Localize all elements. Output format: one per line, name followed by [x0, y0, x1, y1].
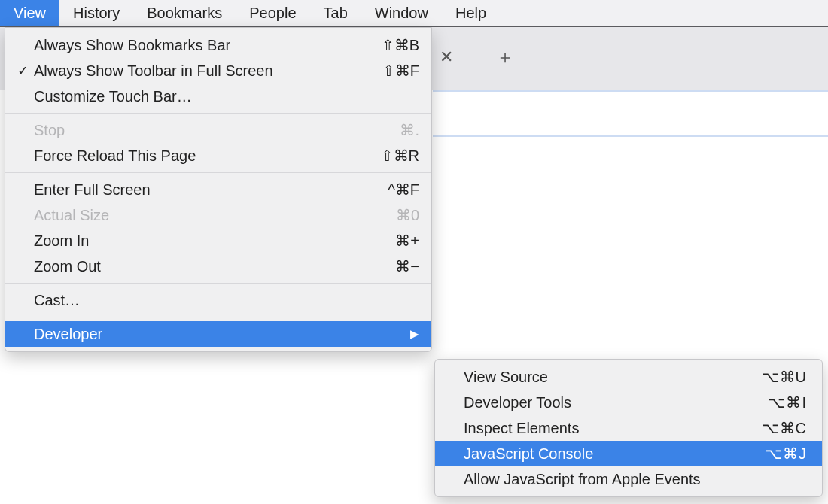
menu-item-javascript-console[interactable]: JavaScript Console ⌥⌘J: [435, 441, 822, 466]
menu-separator: [5, 172, 431, 173]
menu-item-cast[interactable]: Cast…: [5, 287, 431, 313]
menu-item-shortcut: ⌥⌘U: [762, 368, 807, 386]
close-icon: ✕: [440, 47, 453, 67]
menu-item-shortcut: ⌥⌘I: [768, 393, 807, 411]
submenu-arrow-icon: ▶: [410, 327, 419, 341]
menu-item-developer[interactable]: Developer ▶: [5, 321, 431, 347]
menubar-label: Help: [455, 5, 486, 22]
menu-item-zoom-out[interactable]: Zoom Out ⌘−: [5, 254, 431, 279]
menu-separator: [5, 317, 431, 317]
menubar-label: View: [14, 5, 46, 22]
menu-item-label: Always Show Bookmarks Bar: [34, 37, 382, 54]
view-menu-dropdown: Always Show Bookmarks Bar ⇧⌘B ✓ Always S…: [5, 27, 432, 352]
menu-item-shortcut: ⇧⌘F: [382, 62, 419, 80]
menubar-item-people[interactable]: People: [236, 0, 309, 26]
menubar-label: People: [249, 5, 296, 22]
menu-item-always-show-bookmarks-bar[interactable]: Always Show Bookmarks Bar ⇧⌘B: [5, 32, 431, 58]
menu-separator: [5, 283, 431, 284]
menu-item-stop: Stop ⌘.: [5, 117, 431, 143]
menubar-label: History: [73, 5, 120, 22]
menu-item-label: Customize Touch Bar…: [34, 88, 419, 105]
menu-item-shortcut: ⌘.: [400, 121, 419, 139]
menu-item-always-show-toolbar-fullscreen[interactable]: ✓ Always Show Toolbar in Full Screen ⇧⌘F: [5, 58, 431, 83]
developer-submenu: View Source ⌥⌘U Developer Tools ⌥⌘I Insp…: [434, 359, 823, 497]
menu-item-shortcut: ⌘0: [396, 206, 419, 224]
address-bar-strip: [433, 90, 828, 137]
tab-close-button[interactable]: ✕: [435, 46, 458, 68]
menu-item-shortcut: ⇧⌘R: [381, 147, 419, 165]
menubar-label: Bookmarks: [147, 5, 222, 22]
menu-item-developer-tools[interactable]: Developer Tools ⌥⌘I: [435, 390, 822, 415]
menu-item-label: Developer Tools: [464, 394, 768, 411]
menu-item-shortcut: ⌘−: [395, 257, 419, 275]
menu-item-label: Actual Size: [34, 207, 396, 224]
menu-item-label: Enter Full Screen: [34, 181, 388, 199]
menu-item-shortcut: ^⌘F: [388, 181, 419, 199]
menubar-item-help[interactable]: Help: [442, 0, 500, 26]
menu-item-label: Cast…: [34, 292, 419, 309]
menubar-item-bookmarks[interactable]: Bookmarks: [133, 0, 236, 26]
menu-item-inspect-elements[interactable]: Inspect Elements ⌥⌘C: [435, 415, 822, 441]
menu-item-zoom-in[interactable]: Zoom In ⌘+: [5, 228, 431, 254]
menu-item-label: Stop: [34, 122, 400, 139]
menu-item-shortcut: ⌘+: [395, 232, 419, 250]
menubar-item-tab[interactable]: Tab: [310, 0, 361, 26]
menu-item-actual-size: Actual Size ⌘0: [5, 202, 431, 228]
menu-item-label: View Source: [464, 369, 762, 386]
menu-item-label: Zoom Out: [34, 258, 395, 275]
new-tab-button[interactable]: ＋: [494, 46, 516, 68]
checkmark-icon: ✓: [17, 62, 34, 79]
menu-item-label: Developer: [34, 326, 404, 343]
menu-item-shortcut: ⌥⌘C: [762, 419, 807, 437]
menubar-label: Tab: [324, 5, 348, 22]
menu-item-allow-javascript-apple-events[interactable]: Allow JavaScript from Apple Events: [435, 466, 822, 492]
menubar-item-window[interactable]: Window: [361, 0, 442, 26]
menubar-item-history[interactable]: History: [59, 0, 133, 26]
menu-item-label: Inspect Elements: [464, 420, 762, 437]
menubar-item-view[interactable]: View: [0, 0, 59, 26]
menu-separator: [5, 113, 431, 114]
menu-item-shortcut: ⌥⌘J: [765, 445, 807, 463]
plus-icon: ＋: [496, 45, 514, 69]
menubar-label: Window: [375, 5, 428, 22]
menu-item-shortcut: ⇧⌘B: [382, 36, 419, 54]
menu-item-view-source[interactable]: View Source ⌥⌘U: [435, 364, 822, 390]
menu-item-label: Zoom In: [34, 232, 395, 250]
menu-item-label: Allow JavaScript from Apple Events: [464, 471, 807, 488]
menu-item-enter-full-screen[interactable]: Enter Full Screen ^⌘F: [5, 177, 431, 202]
menu-item-label: Always Show Toolbar in Full Screen: [34, 62, 382, 80]
menubar: View History Bookmarks People Tab Window…: [0, 0, 828, 27]
menu-item-label: Force Reload This Page: [34, 147, 381, 165]
menu-item-label: JavaScript Console: [464, 445, 765, 463]
menu-item-customize-touch-bar[interactable]: Customize Touch Bar…: [5, 83, 431, 109]
menu-item-force-reload[interactable]: Force Reload This Page ⇧⌘R: [5, 143, 431, 169]
tab-strip: ✕ ＋: [435, 46, 516, 68]
